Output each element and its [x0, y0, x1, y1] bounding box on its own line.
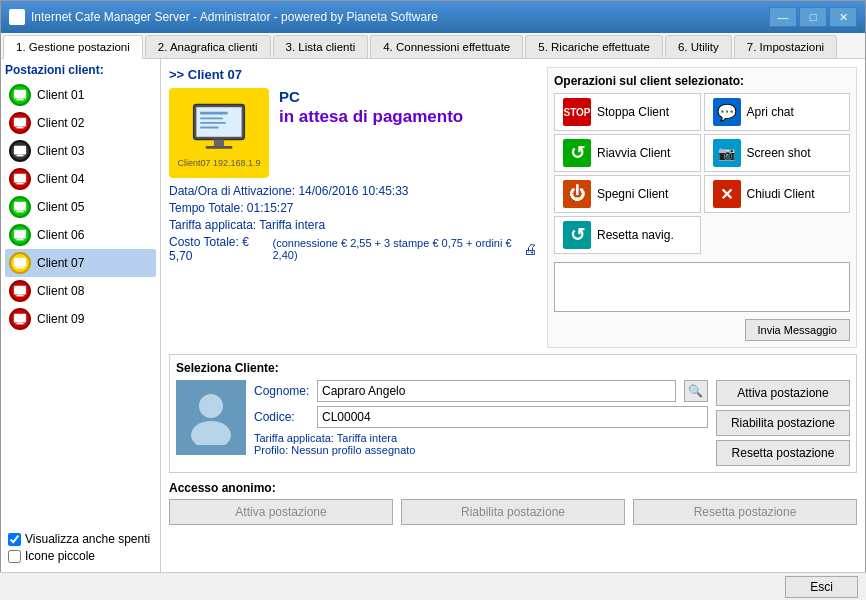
stoppa-client-button[interactable]: STOP Stoppa Client — [554, 93, 701, 131]
checkbox-icone-piccole[interactable]: Icone piccole — [8, 549, 152, 563]
select-cliente-title: Seleziona Cliente: — [176, 361, 850, 375]
spegni-client-button[interactable]: ⏻ Spegni Client — [554, 175, 701, 213]
riabilita-postazione-button[interactable]: Riabilita postazione — [716, 410, 850, 436]
avatar — [176, 380, 246, 455]
svg-rect-33 — [214, 140, 224, 147]
total-time-row: Tempo Totale: 01:15:27 — [169, 201, 537, 215]
client07-icon — [9, 252, 31, 274]
client-big-icon: Client07 192.168.1.9 — [169, 88, 269, 178]
client-status-area: PC in attesa di pagamento — [279, 88, 537, 131]
checkbox-visualizza-input[interactable] — [8, 533, 21, 546]
send-message-button[interactable]: Invia Messaggio — [745, 319, 851, 341]
svg-rect-20 — [16, 267, 25, 268]
chiudi-client-button[interactable]: ✕ Chiudi Client — [704, 175, 851, 213]
client06-label: Client 06 — [37, 228, 84, 242]
sidebar-item-client03[interactable]: Client 03 — [5, 137, 156, 165]
client-name-header: >> Client 07 — [169, 67, 537, 82]
sidebar-item-client08[interactable]: Client 08 — [5, 277, 156, 305]
resetta-postazione-button[interactable]: Resetta postazione — [716, 440, 850, 466]
client04-label: Client 04 — [37, 172, 84, 186]
sidebar-item-client07[interactable]: Client 07 — [5, 249, 156, 277]
tab-anagrafica-clienti[interactable]: 2. Anagrafica clienti — [145, 35, 271, 58]
client05-icon — [9, 196, 31, 218]
codice-label: Codice: — [254, 410, 309, 424]
accesso-anonimo-section: Accesso anonimo: Attiva postazione Riabi… — [169, 481, 857, 525]
accesso-attiva-button[interactable]: Attiva postazione — [169, 499, 393, 525]
cognome-label: Cognome: — [254, 384, 309, 398]
riavvia-client-button[interactable]: ↺ Riavvia Client — [554, 134, 701, 172]
svg-rect-9 — [14, 174, 26, 183]
tab-impostazioni[interactable]: 7. Impostazioni — [734, 35, 837, 58]
checkbox-icone-piccole-label: Icone piccole — [25, 549, 95, 563]
tariff-row: Tariffa applicata: Tariffa intera — [169, 218, 537, 232]
svg-rect-18 — [14, 258, 26, 267]
svg-point-35 — [199, 394, 223, 418]
cognome-search-button[interactable]: 🔍 — [684, 380, 708, 402]
menu-bar: 1. Gestione postazioni 2. Anagrafica cli… — [1, 33, 865, 59]
tab-lista-clienti[interactable]: 3. Lista clienti — [273, 35, 369, 58]
client09-label: Client 09 — [37, 312, 84, 326]
riavvia-icon: ↺ — [563, 139, 591, 167]
svg-rect-31 — [200, 122, 226, 124]
chiudi-icon: ✕ — [713, 180, 741, 208]
svg-rect-17 — [16, 239, 25, 240]
checkbox-icone-piccole-input[interactable] — [8, 550, 21, 563]
chat-label: Apri chat — [747, 105, 794, 119]
tab-ricariche[interactable]: 5. Ricariche effettuate — [525, 35, 663, 58]
svg-rect-8 — [16, 155, 25, 156]
maximize-button[interactable]: □ — [799, 7, 827, 27]
svg-rect-30 — [200, 117, 223, 119]
sidebar-item-client04[interactable]: Client 04 — [5, 165, 156, 193]
cost-detail: (connessione € 2,55 + 3 stampe € 0,75 + … — [272, 237, 517, 261]
apri-chat-button[interactable]: 💬 Apri chat — [704, 93, 851, 131]
spegni-icon: ⏻ — [563, 180, 591, 208]
tab-utility[interactable]: 6. Utility — [665, 35, 732, 58]
tab-gestione-postazioni[interactable]: 1. Gestione postazioni — [3, 35, 143, 59]
close-button[interactable]: ✕ — [829, 7, 857, 27]
minimize-button[interactable]: — — [769, 7, 797, 27]
main-panel: >> Client 07 — [161, 59, 865, 594]
stoppa-icon: STOP — [563, 98, 591, 126]
client09-icon — [9, 308, 31, 330]
tariff-applied-text: Tariffa applicata: Tariffa intera — [254, 432, 708, 444]
svg-rect-32 — [200, 127, 218, 129]
content-area: Postazioni client: Client 01 Client 02 C… — [1, 59, 865, 594]
window-title: Internet Cafe Manager Server - Administr… — [31, 10, 438, 24]
sidebar-item-client02[interactable]: Client 02 — [5, 109, 156, 137]
screenshot-icon: 📷 — [713, 139, 741, 167]
accesso-resetta-button[interactable]: Resetta postazione — [633, 499, 857, 525]
client05-label: Client 05 — [37, 200, 84, 214]
client03-label: Client 03 — [37, 144, 84, 158]
attiva-postazione-button[interactable]: Attiva postazione — [716, 380, 850, 406]
screenshot-button[interactable]: 📷 Screen shot — [704, 134, 851, 172]
bottom-bar: Esci — [0, 572, 866, 600]
codice-input[interactable] — [317, 406, 708, 428]
client03-icon — [9, 140, 31, 162]
resetta-navig-button[interactable]: ↺ Resetta navig. — [554, 216, 701, 254]
resetta-navig-label: Resetta navig. — [597, 228, 674, 242]
message-textarea[interactable] — [554, 262, 850, 312]
checkbox-visualizza[interactable]: Visualizza anche spenti — [8, 532, 152, 546]
client08-icon — [9, 280, 31, 302]
sidebar-item-client09[interactable]: Client 09 — [5, 305, 156, 333]
operations-title: Operazioni sul client selezionato: — [554, 74, 850, 88]
accesso-riabilita-button[interactable]: Riabilita postazione — [401, 499, 625, 525]
profile-text: Profilo: Nessun profilo assegnato — [254, 444, 708, 456]
svg-rect-0 — [14, 90, 26, 99]
printer-icon: 🖨 — [523, 241, 537, 257]
sidebar-item-client06[interactable]: Client 06 — [5, 221, 156, 249]
client08-label: Client 08 — [37, 284, 84, 298]
tariff-applied-info: Tariffa applicata: Tariffa intera Profil… — [254, 432, 708, 456]
select-cliente-section: Seleziona Cliente: Cognome: — [169, 354, 857, 473]
svg-rect-24 — [14, 314, 26, 323]
operations-panel: Operazioni sul client selezionato: STOP … — [547, 67, 857, 348]
cognome-input[interactable] — [317, 380, 676, 402]
sidebar-item-client01[interactable]: Client 01 — [5, 81, 156, 109]
client01-label: Client 01 — [37, 88, 84, 102]
esci-button[interactable]: Esci — [785, 576, 858, 598]
client01-icon — [9, 84, 31, 106]
sidebar-item-client05[interactable]: Client 05 — [5, 193, 156, 221]
tab-connessioni[interactable]: 4. Connessioni effettuate — [370, 35, 523, 58]
search-icon: 🔍 — [688, 384, 703, 398]
checkbox-visualizza-label: Visualizza anche spenti — [25, 532, 150, 546]
